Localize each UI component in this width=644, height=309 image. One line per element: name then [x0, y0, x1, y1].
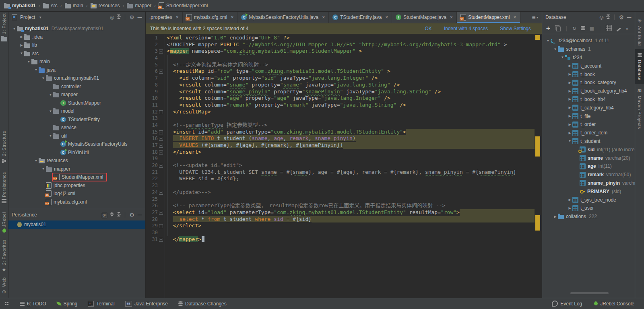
line-number[interactable]: 9 [146, 89, 158, 95]
db-tree-item[interactable]: ▶t_order_item [542, 129, 635, 137]
code-line[interactable]: 25 [146, 196, 542, 203]
tree-toggle-arrow-icon[interactable]: ▶ [567, 89, 572, 93]
project-tree-item[interactable]: ▼src [8, 49, 145, 58]
statusbar-item-java-enterprise[interactable]: EEJava Enterprise [125, 301, 168, 307]
line-number[interactable]: 15 [146, 129, 158, 136]
db-tree-item[interactable]: PRIMARY(sid) [542, 187, 635, 196]
breadcrumb-item[interactable]: main [64, 3, 84, 8]
db-tree-item[interactable]: sname_pinyinvarchar(50) [542, 179, 635, 187]
panel-table-grid-button[interactable] [606, 25, 612, 32]
line-number[interactable]: 1 [146, 35, 158, 41]
code-line[interactable]: 28 select * from t_student where sid = #… [146, 216, 542, 223]
code-line[interactable]: 13 [146, 115, 542, 122]
breadcrumb-item[interactable]: src [42, 3, 58, 8]
tab-close-icon[interactable]: × [176, 14, 179, 20]
project-tree-item[interactable]: jdbc.properties [8, 181, 145, 190]
project-tree-item[interactable]: CTStudentEntity [8, 115, 145, 124]
fold-marker-icon[interactable] [159, 211, 163, 215]
tree-toggle-arrow-icon[interactable]: ▼ [41, 76, 46, 80]
tab-close-icon[interactable]: × [514, 14, 516, 20]
code-line[interactable]: 20 <!--<update id="edit"> [146, 162, 542, 169]
tool-strip-button-2-favorites[interactable]: 2: Favorites★ [0, 239, 8, 272]
tool-strip-button-ant-build[interactable]: ✳Ant Build [635, 15, 644, 49]
line-number[interactable]: 16 [146, 135, 158, 142]
line-number[interactable]: 17 [146, 142, 158, 149]
tool-strip-button-web[interactable]: Web⊕ [0, 277, 8, 295]
code-line[interactable]: 3<mapper namespace="com.zking.mybatis01.… [146, 48, 542, 55]
project-tree-item[interactable]: CMybatisSessionFactoryUtils [8, 140, 145, 148]
db-tree-item[interactable]: snamevarchar(20) [542, 154, 635, 162]
tool-strip-button-maven-projects[interactable]: mMaven Projects [635, 84, 644, 132]
db-tree-item[interactable]: ▶t_category_hb4 [542, 103, 635, 112]
tree-toggle-arrow-icon[interactable]: ▼ [48, 93, 53, 97]
tree-toggle-arrow-icon[interactable]: ▶ [567, 106, 572, 109]
tree-toggle-arrow-icon[interactable]: ▶ [567, 114, 572, 118]
code-line[interactable]: 11 <result column="remark" property="rem… [146, 102, 542, 109]
code-line[interactable]: 14 <!--paramterType 指定参数类型--> [146, 122, 542, 129]
editor-tab[interactable]: .properties× [146, 12, 183, 23]
panel-more-button[interactable]: » [625, 26, 628, 31]
code-line[interactable]: 15 <insert id="add" parameterType="com.z… [146, 129, 542, 136]
statusbar-item-terminal[interactable]: ›_Terminal [88, 301, 114, 307]
line-number[interactable]: 26 [146, 202, 158, 209]
project-tree-item[interactable]: mybatis.cfg.xml [8, 198, 145, 206]
project-tree-item[interactable]: service [8, 124, 145, 132]
code-line[interactable]: 4 [146, 55, 542, 62]
fold-marker-icon[interactable] [159, 49, 163, 54]
db-tree-item[interactable]: ▶t_file [542, 112, 635, 120]
panel-gear-button[interactable]: ⚙ [129, 212, 134, 218]
tab-close-icon[interactable]: × [322, 14, 325, 20]
line-number[interactable]: 13 [146, 115, 158, 122]
db-tree-item[interactable]: ▶t_book [542, 70, 635, 78]
code-line[interactable]: 30 [146, 229, 542, 236]
tree-toggle-arrow-icon[interactable]: ▶ [19, 43, 24, 47]
tree-toggle-arrow-icon[interactable]: ▶ [567, 131, 572, 135]
line-number[interactable]: 10 [146, 95, 158, 102]
project-tree-item[interactable]: log4j2.xml [8, 190, 145, 198]
breadcrumb-item[interactable]: mapper [126, 3, 152, 8]
db-tree-item[interactable]: ▶t_order [542, 120, 635, 129]
tree-toggle-arrow-icon[interactable]: ▶ [567, 123, 572, 126]
project-tree-item[interactable]: ▼java [8, 66, 145, 74]
fold-marker-icon[interactable] [159, 238, 163, 242]
code-line[interactable]: 19 [146, 155, 542, 162]
fold-marker-icon[interactable] [159, 130, 163, 134]
db-tree-item[interactable]: ▶t_user [542, 204, 635, 212]
tree-toggle-arrow-icon[interactable]: ▼ [48, 109, 53, 113]
code-line[interactable]: 12 </resultMap> [146, 109, 542, 115]
project-tree-item[interactable]: ▼model [8, 107, 145, 115]
line-number[interactable]: 27 [146, 209, 158, 216]
line-number[interactable]: 29 [146, 222, 158, 229]
line-number[interactable]: 12 [146, 109, 158, 115]
tree-toggle-arrow-icon[interactable]: ▼ [33, 68, 39, 72]
error-stripe-marker[interactable] [535, 215, 540, 231]
tree-toggle-arrow-icon[interactable]: ▼ [567, 139, 572, 143]
code-line[interactable]: 21 UPDATE t234.t_student SET sname = #{s… [146, 169, 542, 176]
tree-toggle-arrow-icon[interactable]: ▼ [19, 52, 24, 55]
error-stripe-marker[interactable] [535, 35, 540, 40]
db-tree-item[interactable]: ▶t_sys_tree_node [542, 196, 635, 204]
code-line[interactable]: 24 </update>--> [146, 189, 542, 196]
db-tree-item[interactable]: ▶t_book_hb4 [542, 95, 635, 104]
project-tree-item[interactable]: ▼main [8, 58, 145, 66]
line-number[interactable]: 31 [146, 236, 158, 243]
fold-marker-icon[interactable] [159, 110, 163, 114]
db-tree-item[interactable]: ▼schemas1 [542, 45, 635, 54]
project-tree-item[interactable]: ▼util [8, 132, 145, 140]
line-number[interactable]: 24 [146, 189, 158, 196]
code-line[interactable]: 17 VALUES (#{sname}, #{age}, #{remark}, … [146, 142, 542, 149]
db-tree-item[interactable]: ▶t_book_category [542, 78, 635, 87]
project-tree-item[interactable]: ▶.idea [8, 33, 145, 41]
project-tree-item[interactable]: ▼mapper [8, 165, 145, 173]
chevron-down-icon[interactable]: ▼ [39, 16, 42, 19]
panel-minus-button[interactable]: — [137, 212, 142, 218]
panel-plus-button[interactable]: + [546, 25, 551, 31]
code-editor[interactable]: 1<?xml version="1.0" encoding="UTF-8" ?>… [146, 34, 542, 298]
code-line[interactable]: 22 WHERE sid = #{sid}; [146, 175, 542, 182]
statusbar-item-spring[interactable]: Spring [57, 301, 78, 307]
editor-tab[interactable]: CMybatisSessionFactoryUtils.java× [237, 12, 329, 23]
project-tree-item[interactable]: IStudentMapper [8, 99, 145, 107]
breadcrumb-item[interactable]: resources [90, 3, 121, 8]
panel-pencil-button[interactable] [616, 26, 621, 31]
statusbar-item-event-log[interactable]: Event Log [552, 301, 582, 307]
